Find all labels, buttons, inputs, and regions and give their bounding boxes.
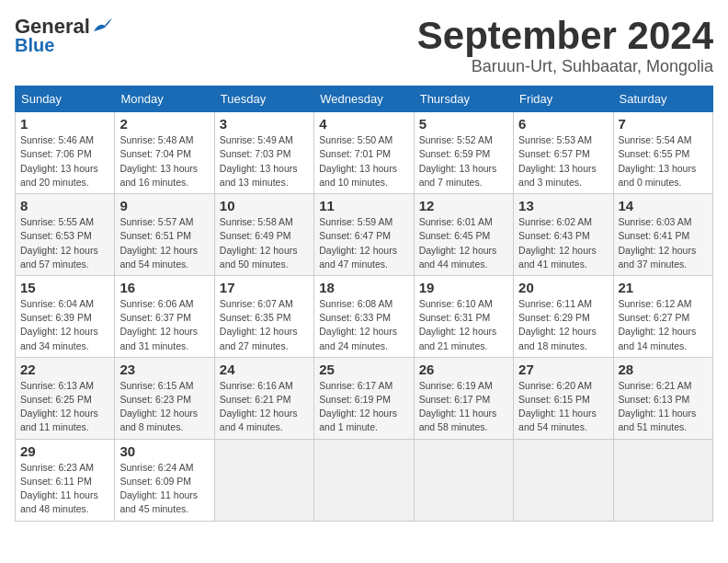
calendar-cell: 19Sunrise: 6:10 AMSunset: 6:31 PMDayligh… bbox=[414, 275, 513, 357]
logo-blue: Blue bbox=[15, 35, 54, 56]
calendar-cell: 21Sunrise: 6:12 AMSunset: 6:27 PMDayligh… bbox=[613, 275, 712, 357]
page-header: General Blue September 2024 Baruun-Urt, … bbox=[15, 15, 713, 76]
day-number: 26 bbox=[419, 362, 508, 377]
day-detail: Sunrise: 5:57 AMSunset: 6:51 PMDaylight:… bbox=[119, 215, 209, 271]
calendar-cell: 18Sunrise: 6:08 AMSunset: 6:33 PMDayligh… bbox=[314, 275, 414, 357]
day-detail: Sunrise: 6:23 AMSunset: 6:11 PMDaylight:… bbox=[20, 461, 109, 517]
day-number: 13 bbox=[518, 198, 608, 213]
calendar-cell: 6Sunrise: 5:53 AMSunset: 6:57 PMDaylight… bbox=[514, 112, 613, 194]
col-thursday: Thursday bbox=[414, 86, 513, 112]
calendar-cell: 26Sunrise: 6:19 AMSunset: 6:17 PMDayligh… bbox=[414, 357, 513, 439]
col-monday: Monday bbox=[115, 86, 214, 112]
title-area: September 2024 Baruun-Urt, Suhbaatar, Mo… bbox=[417, 15, 713, 76]
day-detail: Sunrise: 6:12 AMSunset: 6:27 PMDaylight:… bbox=[619, 297, 708, 353]
calendar-cell bbox=[214, 439, 313, 521]
day-detail: Sunrise: 6:06 AMSunset: 6:37 PMDaylight:… bbox=[119, 297, 209, 353]
day-detail: Sunrise: 6:01 AMSunset: 6:45 PMDaylight:… bbox=[419, 215, 508, 271]
week-row-3: 15Sunrise: 6:04 AMSunset: 6:39 PMDayligh… bbox=[16, 275, 713, 357]
day-detail: Sunrise: 6:02 AMSunset: 6:43 PMDaylight:… bbox=[518, 215, 608, 271]
day-number: 1 bbox=[20, 116, 109, 132]
week-row-5: 29Sunrise: 6:23 AMSunset: 6:11 PMDayligh… bbox=[16, 439, 713, 521]
day-detail: Sunrise: 5:55 AMSunset: 6:53 PMDaylight:… bbox=[20, 215, 109, 271]
day-number: 27 bbox=[518, 362, 608, 377]
day-detail: Sunrise: 5:48 AMSunset: 7:04 PMDaylight:… bbox=[119, 133, 209, 190]
calendar-cell: 14Sunrise: 6:03 AMSunset: 6:41 PMDayligh… bbox=[613, 194, 712, 276]
calendar-table: Sunday Monday Tuesday Wednesday Thursday… bbox=[15, 86, 713, 521]
calendar-cell: 3Sunrise: 5:49 AMSunset: 7:03 PMDaylight… bbox=[214, 112, 313, 194]
day-detail: Sunrise: 5:49 AMSunset: 7:03 PMDaylight:… bbox=[220, 133, 309, 190]
month-title: September 2024 bbox=[417, 15, 713, 57]
calendar-cell: 20Sunrise: 6:11 AMSunset: 6:29 PMDayligh… bbox=[514, 275, 613, 357]
calendar-cell: 28Sunrise: 6:21 AMSunset: 6:13 PMDayligh… bbox=[613, 357, 712, 439]
day-detail: Sunrise: 5:52 AMSunset: 6:59 PMDaylight:… bbox=[419, 133, 508, 190]
day-detail: Sunrise: 6:15 AMSunset: 6:23 PMDaylight:… bbox=[119, 379, 209, 435]
day-detail: Sunrise: 6:20 AMSunset: 6:15 PMDaylight:… bbox=[518, 379, 608, 435]
day-number: 4 bbox=[319, 116, 408, 132]
calendar-cell: 5Sunrise: 5:52 AMSunset: 6:59 PMDaylight… bbox=[414, 112, 513, 194]
col-sunday: Sunday bbox=[16, 86, 115, 112]
calendar-cell: 16Sunrise: 6:06 AMSunset: 6:37 PMDayligh… bbox=[115, 275, 214, 357]
day-detail: Sunrise: 6:17 AMSunset: 6:19 PMDaylight:… bbox=[319, 379, 408, 435]
day-detail: Sunrise: 5:54 AMSunset: 6:55 PMDaylight:… bbox=[619, 133, 708, 190]
day-detail: Sunrise: 6:16 AMSunset: 6:21 PMDaylight:… bbox=[220, 379, 309, 435]
day-number: 10 bbox=[220, 198, 309, 213]
calendar-cell: 25Sunrise: 6:17 AMSunset: 6:19 PMDayligh… bbox=[314, 357, 414, 439]
day-number: 8 bbox=[20, 198, 109, 213]
day-number: 15 bbox=[20, 280, 109, 295]
day-number: 9 bbox=[119, 198, 209, 213]
calendar-cell: 11Sunrise: 5:59 AMSunset: 6:47 PMDayligh… bbox=[314, 194, 414, 276]
day-number: 14 bbox=[619, 198, 708, 213]
calendar-cell: 12Sunrise: 6:01 AMSunset: 6:45 PMDayligh… bbox=[414, 194, 513, 276]
day-number: 3 bbox=[220, 116, 309, 132]
day-detail: Sunrise: 6:03 AMSunset: 6:41 PMDaylight:… bbox=[619, 215, 708, 271]
calendar-cell: 17Sunrise: 6:07 AMSunset: 6:35 PMDayligh… bbox=[214, 275, 313, 357]
day-number: 12 bbox=[419, 198, 508, 213]
day-number: 25 bbox=[319, 362, 408, 377]
day-number: 22 bbox=[20, 362, 109, 377]
col-friday: Friday bbox=[514, 86, 613, 112]
day-number: 11 bbox=[319, 198, 408, 213]
col-wednesday: Wednesday bbox=[314, 86, 414, 112]
day-detail: Sunrise: 5:59 AMSunset: 6:47 PMDaylight:… bbox=[319, 215, 408, 271]
col-tuesday: Tuesday bbox=[214, 86, 313, 112]
calendar-cell: 7Sunrise: 5:54 AMSunset: 6:55 PMDaylight… bbox=[613, 112, 712, 194]
calendar-cell: 8Sunrise: 5:55 AMSunset: 6:53 PMDaylight… bbox=[16, 194, 115, 276]
day-number: 30 bbox=[119, 443, 209, 459]
day-number: 19 bbox=[419, 280, 508, 295]
calendar-cell: 10Sunrise: 5:58 AMSunset: 6:49 PMDayligh… bbox=[214, 194, 313, 276]
calendar-cell: 2Sunrise: 5:48 AMSunset: 7:04 PMDaylight… bbox=[115, 112, 214, 194]
calendar-cell: 22Sunrise: 6:13 AMSunset: 6:25 PMDayligh… bbox=[16, 357, 115, 439]
day-detail: Sunrise: 6:21 AMSunset: 6:13 PMDaylight:… bbox=[619, 379, 708, 435]
day-number: 29 bbox=[20, 443, 109, 459]
day-number: 2 bbox=[119, 116, 209, 132]
day-detail: Sunrise: 6:24 AMSunset: 6:09 PMDaylight:… bbox=[119, 461, 209, 517]
calendar-cell: 9Sunrise: 5:57 AMSunset: 6:51 PMDaylight… bbox=[115, 194, 214, 276]
week-row-2: 8Sunrise: 5:55 AMSunset: 6:53 PMDaylight… bbox=[16, 194, 713, 276]
location-title: Baruun-Urt, Suhbaatar, Mongolia bbox=[417, 57, 713, 76]
day-detail: Sunrise: 6:10 AMSunset: 6:31 PMDaylight:… bbox=[419, 297, 508, 353]
calendar-cell: 23Sunrise: 6:15 AMSunset: 6:23 PMDayligh… bbox=[115, 357, 214, 439]
day-number: 16 bbox=[119, 280, 209, 295]
calendar-cell bbox=[314, 439, 414, 521]
calendar-cell bbox=[613, 439, 712, 521]
calendar-cell bbox=[414, 439, 513, 521]
col-saturday: Saturday bbox=[613, 86, 712, 112]
calendar-cell: 30Sunrise: 6:24 AMSunset: 6:09 PMDayligh… bbox=[115, 439, 214, 521]
day-detail: Sunrise: 6:08 AMSunset: 6:33 PMDaylight:… bbox=[319, 297, 408, 353]
calendar-cell: 13Sunrise: 6:02 AMSunset: 6:43 PMDayligh… bbox=[514, 194, 613, 276]
calendar-cell bbox=[514, 439, 613, 521]
calendar-cell: 24Sunrise: 6:16 AMSunset: 6:21 PMDayligh… bbox=[214, 357, 313, 439]
day-detail: Sunrise: 5:53 AMSunset: 6:57 PMDaylight:… bbox=[518, 133, 608, 190]
day-detail: Sunrise: 6:07 AMSunset: 6:35 PMDaylight:… bbox=[220, 297, 309, 353]
day-number: 7 bbox=[619, 116, 708, 132]
day-detail: Sunrise: 6:11 AMSunset: 6:29 PMDaylight:… bbox=[518, 297, 608, 353]
day-detail: Sunrise: 6:04 AMSunset: 6:39 PMDaylight:… bbox=[20, 297, 109, 353]
day-number: 28 bbox=[619, 362, 708, 377]
logo: General Blue bbox=[15, 15, 112, 56]
day-number: 17 bbox=[220, 280, 309, 295]
week-row-4: 22Sunrise: 6:13 AMSunset: 6:25 PMDayligh… bbox=[16, 357, 713, 439]
calendar-cell: 15Sunrise: 6:04 AMSunset: 6:39 PMDayligh… bbox=[16, 275, 115, 357]
day-detail: Sunrise: 5:58 AMSunset: 6:49 PMDaylight:… bbox=[220, 215, 309, 271]
day-detail: Sunrise: 6:13 AMSunset: 6:25 PMDaylight:… bbox=[20, 379, 109, 435]
day-number: 23 bbox=[119, 362, 209, 377]
